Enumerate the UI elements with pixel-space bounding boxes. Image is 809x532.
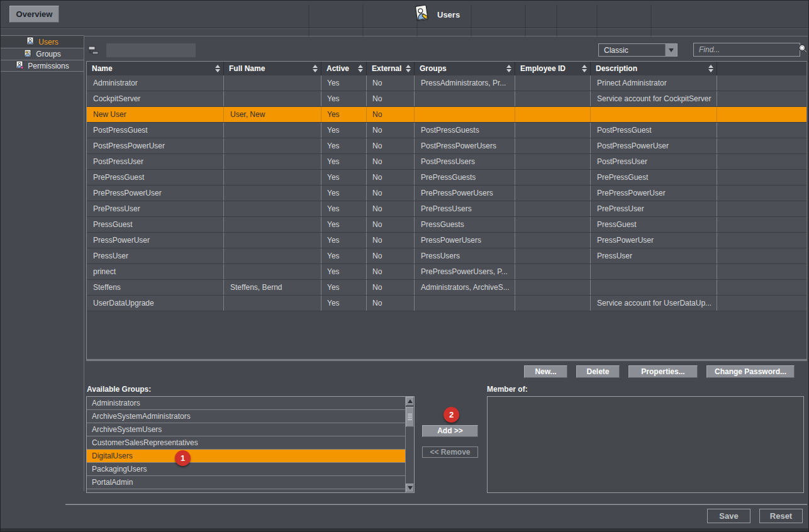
- cell: [515, 75, 591, 91]
- cell: PressGuest: [591, 217, 717, 232]
- filter-field[interactable]: [106, 43, 196, 57]
- table-row[interactable]: PressGuestYesNoPressGuestsPressGuest: [87, 217, 806, 233]
- cell: [515, 186, 591, 201]
- toolbar-separator: [362, 4, 364, 37]
- sort-icon[interactable]: [506, 65, 511, 72]
- column-header-description[interactable]: Description: [591, 62, 717, 75]
- list-item[interactable]: PackagingUsers: [87, 463, 405, 476]
- table-row[interactable]: AdministratorYesNoPressAdministrators, P…: [87, 75, 806, 91]
- list-item-selected[interactable]: DigitalUsers: [87, 450, 405, 463]
- cell: Administrators, ArchiveS...: [415, 280, 515, 295]
- cell: PressUser: [591, 248, 717, 263]
- cell: PressPowerUser: [591, 233, 717, 248]
- sidebar-item-users[interactable]: Users: [1, 35, 84, 48]
- list-item[interactable]: CustomerSalesRepresentatives: [87, 436, 405, 450]
- cell: [415, 107, 515, 122]
- content-border: [84, 36, 84, 491]
- table-row[interactable]: PressPowerUserYesNoPressPowerUsersPressP…: [87, 233, 806, 248]
- column-header-name[interactable]: Name: [87, 62, 224, 75]
- users-table: Name Full Name Active External Groups Em…: [86, 61, 807, 359]
- cell: PressAdministrators, Pr...: [415, 75, 515, 91]
- table-row[interactable]: prinectYesNoPrePressPowerUsers, P...: [87, 264, 806, 280]
- cell: Yes: [321, 138, 367, 153]
- column-header-active[interactable]: Active: [321, 62, 367, 75]
- cell: [224, 186, 321, 201]
- cell: No: [367, 233, 415, 248]
- cell: [515, 91, 591, 106]
- cell: Yes: [321, 264, 367, 279]
- step-1-badge: 1: [175, 450, 191, 466]
- cell: [515, 296, 591, 311]
- sort-icon[interactable]: [358, 65, 363, 72]
- properties-button[interactable]: Properties...: [628, 365, 698, 378]
- scroll-down-icon[interactable]: [406, 484, 414, 492]
- column-header-external[interactable]: External: [367, 62, 415, 75]
- cell: [224, 217, 321, 232]
- cell: Service account for UserDataUp...: [591, 296, 717, 311]
- scroll-up-icon[interactable]: [406, 397, 414, 406]
- cell: [224, 75, 321, 91]
- cell: PrePressGuest: [87, 170, 224, 185]
- reset-button[interactable]: Reset: [759, 509, 803, 523]
- list-item[interactable]: PortalAdmin: [87, 476, 405, 489]
- delete-button[interactable]: Delete: [576, 365, 620, 378]
- new-button[interactable]: New...: [524, 365, 567, 378]
- overview-button[interactable]: Overview: [9, 6, 59, 23]
- cell: PrePressPowerUsers: [415, 186, 515, 201]
- table-row[interactable]: PrePressPowerUserYesNoPrePressPowerUsers…: [87, 186, 806, 201]
- column-header-employee-id[interactable]: Employee ID: [515, 62, 591, 75]
- add-button[interactable]: Add >>: [422, 425, 478, 437]
- sort-icon[interactable]: [406, 65, 411, 72]
- column-header-full-name[interactable]: Full Name: [224, 62, 321, 75]
- cell: [515, 138, 591, 153]
- sidebar-item-permissions[interactable]: Permissions: [1, 60, 84, 72]
- hierarchy-icon[interactable]: [88, 45, 99, 57]
- change-password-button[interactable]: Change Password...: [706, 365, 795, 378]
- chevron-down-icon[interactable]: [665, 44, 677, 56]
- list-item[interactable]: Administrators: [87, 397, 405, 410]
- cell: [415, 296, 515, 311]
- cell: [224, 264, 321, 279]
- cell: Yes: [321, 296, 367, 311]
- sort-icon[interactable]: [313, 65, 318, 72]
- cell: Yes: [321, 91, 367, 106]
- search-icon[interactable]: [798, 43, 808, 56]
- table-row[interactable]: SteffensSteffens, BerndYesNoAdministrato…: [87, 280, 806, 296]
- list-item[interactable]: ArchiveSystemUsers: [87, 423, 405, 436]
- cell: No: [367, 248, 415, 263]
- cell: PostPressGuests: [415, 123, 515, 138]
- table-row[interactable]: PostPressPowerUserYesNoPostPressPowerUse…: [87, 138, 806, 154]
- sort-icon[interactable]: [708, 65, 713, 72]
- sidebar-item-groups[interactable]: Groups: [1, 48, 84, 60]
- cell: [591, 280, 717, 295]
- table-row[interactable]: PrePressGuestYesNoPrePressGuestsPrePress…: [87, 170, 806, 186]
- sort-icon[interactable]: [215, 65, 220, 72]
- cell: PostPressUsers: [415, 154, 515, 169]
- cell: Administrator: [87, 75, 224, 91]
- view-style-select[interactable]: Classic: [598, 43, 678, 57]
- scrollbar[interactable]: [405, 397, 414, 492]
- table-row[interactable]: PrePressUserYesNoPrePressUsersPrePressUs…: [87, 201, 806, 217]
- cell: New User: [87, 107, 224, 122]
- column-header-groups[interactable]: Groups: [415, 62, 515, 75]
- table-row-selected[interactable]: New UserUser, NewYesNo: [87, 107, 806, 123]
- table-row[interactable]: PostPressUserYesNoPostPressUsersPostPres…: [87, 154, 806, 170]
- table-row[interactable]: PostPressGuestYesNoPostPressGuestsPostPr…: [87, 123, 806, 138]
- table-row[interactable]: PressUserYesNoPressUsersPressUser: [87, 248, 806, 264]
- cell: No: [367, 280, 415, 295]
- cell: [415, 91, 515, 106]
- scrollbar-thumb[interactable]: [406, 407, 414, 427]
- sidebar-item-label: Groups: [36, 50, 60, 58]
- cell: No: [367, 123, 415, 138]
- users-card-icon: [411, 4, 432, 26]
- sort-icon[interactable]: [582, 65, 587, 72]
- cell: No: [367, 186, 415, 201]
- list-item[interactable]: ArchiveSystemAdministrators: [87, 410, 405, 423]
- table-row[interactable]: UserDataUpgradeYesNoService account for …: [87, 296, 806, 311]
- table-row[interactable]: CockpitServerYesNoService account for Co…: [87, 91, 806, 107]
- save-button[interactable]: Save: [707, 509, 750, 523]
- member-of-list[interactable]: [487, 396, 804, 493]
- find-input[interactable]: [694, 45, 798, 54]
- remove-button[interactable]: << Remove: [422, 446, 478, 458]
- cell: [515, 280, 591, 295]
